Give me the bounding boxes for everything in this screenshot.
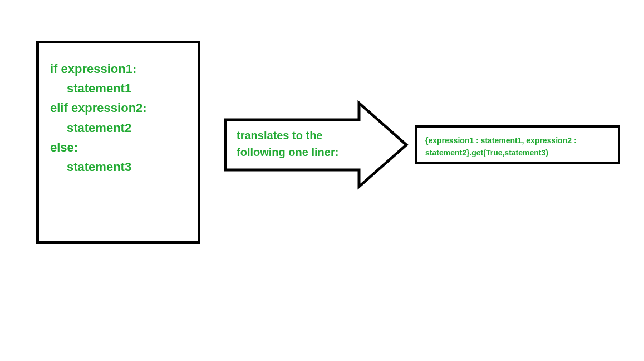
code-block: if expression1: statement1 elif expressi… [50, 59, 186, 177]
code-line-statement2: statement2 [50, 118, 186, 138]
code-line-statement1: statement1 [50, 79, 186, 98]
code-line-statement3: statement3 [50, 157, 186, 177]
code-line-else: else: [50, 138, 186, 157]
arrow-container: translates to the following one liner: [220, 97, 409, 192]
code-line-elif: elif expression2: [50, 98, 186, 118]
code-box-right: {expression1 : statement1, expression2 :… [415, 125, 620, 164]
code-line-if: if expression1: [50, 59, 186, 79]
arrow-text-line2: following one liner: [237, 144, 353, 160]
arrow-text-line1: translates to the [237, 127, 353, 144]
arrow-label: translates to the following one liner: [237, 127, 353, 160]
oneliner-line2: statement2}.get(True,statement3) [425, 147, 610, 159]
code-box-left: if expression1: statement1 elif expressi… [36, 41, 200, 244]
oneliner-code: {expression1 : statement1, expression2 :… [425, 134, 610, 159]
oneliner-line1: {expression1 : statement1, expression2 : [425, 134, 610, 147]
